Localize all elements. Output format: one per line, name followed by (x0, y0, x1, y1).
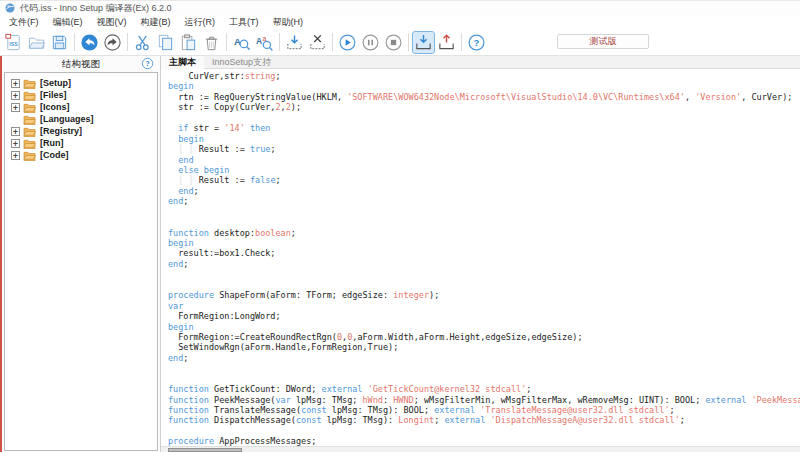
tree-item-files[interactable]: +[Files] (5, 89, 157, 101)
stop-icon (384, 33, 403, 52)
script-editor: 主脚本InnoSetup支持 CurVer,str:string;begin r… (161, 56, 800, 452)
toolbar-separator (74, 33, 75, 51)
horizontal-scrollbar[interactable] (161, 446, 800, 452)
help-button[interactable]: ? (466, 32, 487, 53)
replace-icon: Aa (255, 33, 274, 52)
folder-icon (23, 78, 36, 89)
svg-text:?: ? (474, 36, 480, 47)
stop-compile-button[interactable] (307, 32, 328, 53)
beta-button[interactable]: 测试版 (557, 34, 649, 49)
tree-item-icons[interactable]: +[Icons] (5, 101, 157, 113)
stop-compile-icon (308, 33, 327, 52)
tab-main-script[interactable]: 主脚本 (161, 56, 204, 69)
code-line: else begin (168, 165, 800, 175)
pause-button[interactable] (360, 32, 381, 53)
menu-item[interactable]: 运行(R) (178, 16, 223, 29)
code-area[interactable]: CurVer,str:string;begin rtn := RegQueryS… (161, 69, 800, 446)
code-line (168, 113, 800, 123)
tree-item-setup[interactable]: +[Setup] (5, 77, 157, 89)
menu-item[interactable]: 编辑(E) (46, 16, 90, 29)
sidebar-help-icon[interactable]: ? (141, 57, 154, 70)
code-line (168, 280, 800, 290)
code-line: end; (168, 186, 800, 196)
toolbar-group: ? (465, 32, 488, 53)
menu-item[interactable]: 帮助(H) (266, 16, 311, 29)
open-folder-icon (27, 33, 46, 52)
main-area: 结构视图 ? +[Setup]+[Files]+[Icons][Language… (0, 56, 800, 452)
run-button[interactable] (337, 32, 358, 53)
code-line: var (168, 301, 800, 311)
tree-item-run[interactable]: +[Run] (5, 137, 157, 149)
code-line (168, 207, 800, 217)
code-line: function PeekMessage(var lpMsg: TMsg; hW… (168, 395, 800, 405)
svg-text:ISS: ISS (9, 40, 18, 46)
code-line: function TranslateMessage(const lpMsg: T… (168, 405, 800, 415)
help-icon: ? (467, 33, 486, 52)
toolbar-group: AAa (230, 32, 276, 53)
toolbar-separator (279, 33, 280, 51)
code-line (168, 374, 800, 384)
replace-button[interactable]: Aa (254, 32, 275, 53)
tab-innosetup-support[interactable]: InnoSetup支持 (204, 56, 279, 69)
expand-icon[interactable]: + (11, 151, 20, 160)
svg-text:?: ? (145, 60, 149, 67)
redo-button[interactable] (102, 32, 123, 53)
tree-item-label: [Registry] (40, 126, 82, 136)
code-line: end; (168, 259, 800, 269)
tree-item-code[interactable]: +[Code] (5, 149, 157, 161)
save-button[interactable] (49, 32, 70, 53)
folder-icon (23, 126, 36, 137)
find-button[interactable]: A (231, 32, 252, 53)
upload-button[interactable] (436, 32, 457, 53)
run-icon (338, 33, 357, 52)
code-line: end; (168, 353, 800, 363)
toolbar-separator (461, 33, 462, 51)
copy-button[interactable] (155, 32, 176, 53)
code-line: │ │ Result := false; (168, 175, 800, 185)
tree-item-label: [Icons] (40, 102, 70, 112)
editor-tabbar: 主脚本InnoSetup支持 (161, 56, 800, 69)
expand-icon[interactable]: + (11, 79, 20, 88)
new-script-icon: ISS (4, 33, 23, 52)
code-line: result:=box1.Check; (168, 248, 800, 258)
upload-icon (437, 33, 456, 52)
menu-item[interactable]: 构建(B) (134, 16, 178, 29)
code-line (168, 269, 800, 279)
paste-button[interactable] (178, 32, 199, 53)
code-line: function GetTickCount: DWord; external '… (168, 384, 800, 394)
cut-button[interactable] (132, 32, 153, 53)
code-line (168, 363, 800, 373)
toolbar-group: ISS (2, 32, 71, 53)
code-line: FormRegion:LongWord; (168, 311, 800, 321)
tree-item-label: [Run] (40, 138, 64, 148)
scrollbar-thumb[interactable] (168, 448, 242, 452)
menu-item[interactable]: 工具(T) (222, 16, 266, 29)
stop-button[interactable] (383, 32, 404, 53)
delete-icon (202, 33, 221, 52)
toolbar-group (412, 32, 458, 53)
menu-item[interactable]: 文件(F) (2, 16, 46, 29)
tree-item-languages[interactable]: [Languages] (5, 113, 157, 125)
compile-button[interactable] (284, 32, 305, 53)
expand-icon[interactable]: + (11, 103, 20, 112)
open-output-button[interactable] (413, 32, 434, 53)
code-line: SetWindowRgn(aForm.Handle,FormRegion,Tru… (168, 342, 800, 352)
app-window: 代码.iss - Inno Setup 编译器(Ex) 6.2.0 文件(F)编… (0, 0, 800, 452)
menu-item[interactable]: 视图(V) (90, 16, 134, 29)
undo-button[interactable] (79, 32, 100, 53)
tree-item-label: [Setup] (40, 78, 71, 88)
code-line: begin (168, 134, 800, 144)
sidebar-title: 结构视图 (62, 58, 100, 71)
delete-button[interactable] (201, 32, 222, 53)
new-script-button[interactable]: ISS (3, 32, 24, 53)
code-line (168, 426, 800, 436)
open-folder-button[interactable] (26, 32, 47, 53)
code-line: │ │ Result := true; (168, 144, 800, 154)
expand-icon[interactable]: + (11, 91, 20, 100)
code-line: rtn := RegQueryStringValue(HKLM, 'SOFTWA… (168, 92, 800, 102)
code-line: begin (168, 238, 800, 248)
pause-icon (361, 33, 380, 52)
expand-icon[interactable]: + (11, 127, 20, 136)
expand-icon[interactable]: + (11, 139, 20, 148)
tree-item-registry[interactable]: +[Registry] (5, 125, 157, 137)
